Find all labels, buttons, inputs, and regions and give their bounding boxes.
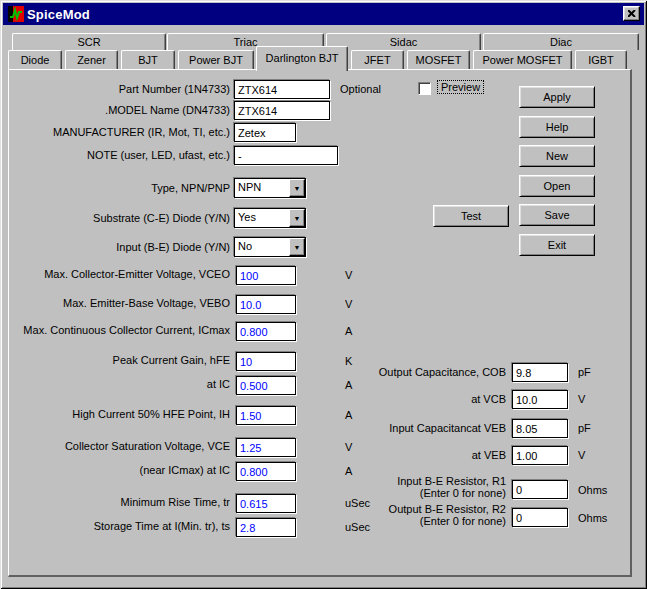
tab-bjt[interactable]: BJT <box>121 50 175 69</box>
optional-label: Optional <box>340 83 381 95</box>
tab-sidac[interactable]: Sidac <box>326 33 481 50</box>
apply-button[interactable]: Apply <box>519 86 595 108</box>
r2-label: Output B-E Resistor, R2 (Enter 0 for non… <box>280 503 506 527</box>
part-number-label: Part Number (1N4733) <box>10 83 230 95</box>
hfe-at-ic-unit: A <box>345 379 352 391</box>
at-vcb-input[interactable] <box>512 390 568 409</box>
vebo-label: Max. Emitter-Base Voltage, VEBO <box>10 297 230 309</box>
input-capacitance-input[interactable] <box>512 419 568 438</box>
tab-jfet[interactable]: JFET <box>351 50 404 69</box>
tab-igbt[interactable]: IGBT <box>575 50 627 69</box>
input-diode-label: Input (B-E) Diode (Y/N) <box>10 241 230 253</box>
at-vcb-unit: V <box>578 393 585 405</box>
chevron-down-icon[interactable]: ▼ <box>289 209 305 227</box>
vceo-input[interactable] <box>236 266 296 285</box>
preview-label[interactable]: Preview <box>437 80 484 94</box>
input-diode-dropdown-value: No <box>235 238 289 256</box>
close-icon[interactable] <box>623 6 640 21</box>
save-button[interactable]: Save <box>519 204 595 226</box>
vce-label: Collector Saturation Voltage, VCE <box>10 440 230 452</box>
cob-label: Output Capacitance, COB <box>280 366 506 378</box>
spicemod-logo-icon <box>8 6 24 22</box>
tab-diac[interactable]: Diac <box>483 33 639 50</box>
note-input[interactable] <box>234 146 338 165</box>
substrate-diode-label: Substrate (C-E) Diode (Y/N) <box>10 212 230 224</box>
cob-input[interactable] <box>512 363 568 382</box>
substrate-diode-dropdown-value: Yes <box>235 209 289 227</box>
rise-time-label: Minimum Rise Time, tr <box>10 496 230 508</box>
model-name-input[interactable] <box>234 101 330 120</box>
model-name-label: .MODEL Name (DN4733) <box>10 104 230 116</box>
input-capacitance-label: Input Capacitancat VEB <box>280 422 506 434</box>
at-veb-unit: V <box>578 449 585 461</box>
vebo-unit: V <box>345 298 352 310</box>
title-bar: SpiceMod <box>3 3 644 25</box>
chevron-down-icon[interactable]: ▼ <box>289 238 305 256</box>
vceo-label: Max. Collector-Emitter Voltage, VCEO <box>10 268 230 280</box>
hfe-label: Peak Current Gain, hFE <box>10 354 230 366</box>
tab-mosfet[interactable]: MOSFET <box>407 50 470 69</box>
manufacturer-input[interactable] <box>234 123 296 142</box>
vebo-input[interactable] <box>236 295 296 314</box>
type-dropdown[interactable]: NPN ▼ <box>234 178 306 198</box>
tab-darlington-bjt[interactable]: Darlington BJT <box>256 46 348 71</box>
icmax-label: Max. Continuous Collector Current, ICmax <box>10 324 230 336</box>
r1-label-line2: (Enter 0 for none) <box>280 487 506 499</box>
hfe-at-ic-label: at IC <box>10 378 230 390</box>
help-button[interactable]: Help <box>519 116 595 138</box>
tab-power-bjt[interactable]: Power BJT <box>178 50 254 69</box>
r1-unit: Ohms <box>578 484 607 496</box>
ih-label: High Current 50% HFE Point, IH <box>10 408 230 420</box>
r2-label-line2: (Enter 0 for none) <box>280 515 506 527</box>
icmax-input[interactable] <box>236 322 296 341</box>
vce-at-ic-label: (near ICmax) at IC <box>10 464 230 476</box>
tab-power-mosfet[interactable]: Power MOSFET <box>473 50 572 69</box>
r2-input[interactable] <box>512 508 568 527</box>
substrate-diode-dropdown[interactable]: Yes ▼ <box>234 208 306 228</box>
storage-time-label: Storage Time at I(Min. tr), ts <box>10 520 230 532</box>
r1-label-line1: Input B-E Resistor, R1 <box>280 475 506 487</box>
vceo-unit: V <box>345 269 352 281</box>
open-button[interactable]: Open <box>519 175 595 197</box>
test-button[interactable]: Test <box>433 205 509 227</box>
input-capacitance-unit: pF <box>578 422 591 434</box>
part-number-input[interactable] <box>234 80 330 99</box>
ih-unit: A <box>345 409 352 421</box>
type-dropdown-value: NPN <box>235 179 289 197</box>
tab-diode[interactable]: Diode <box>8 50 62 69</box>
spicemod-window: SpiceMod SCR Triac Sidac Diac Diode Zene… <box>0 0 647 589</box>
r1-label: Input B-E Resistor, R1 (Enter 0 for none… <box>280 475 506 499</box>
window-title: SpiceMod <box>27 7 90 22</box>
at-veb-input[interactable] <box>512 446 568 465</box>
at-veb-label: at VEB <box>280 449 506 461</box>
r2-unit: Ohms <box>578 512 607 524</box>
new-button[interactable]: New <box>519 145 595 167</box>
note-label: NOTE (user, LED, ufast, etc.) <box>10 149 230 161</box>
at-vcb-label: at VCB <box>280 393 506 405</box>
preview-checkbox[interactable] <box>418 82 431 95</box>
input-diode-dropdown[interactable]: No ▼ <box>234 237 306 257</box>
tab-scr[interactable]: SCR <box>12 33 166 50</box>
cob-unit: pF <box>578 366 591 378</box>
manufacturer-label: MANUFACTURER (IR, Mot, TI, etc.) <box>10 126 230 138</box>
icmax-unit: A <box>345 325 352 337</box>
r2-label-line1: Output B-E Resistor, R2 <box>280 503 506 515</box>
r1-input[interactable] <box>512 480 568 499</box>
tab-zener[interactable]: Zener <box>65 50 118 69</box>
exit-button[interactable]: Exit <box>519 234 595 256</box>
chevron-down-icon[interactable]: ▼ <box>289 179 305 197</box>
type-label: Type, NPN/PNP <box>10 182 230 194</box>
